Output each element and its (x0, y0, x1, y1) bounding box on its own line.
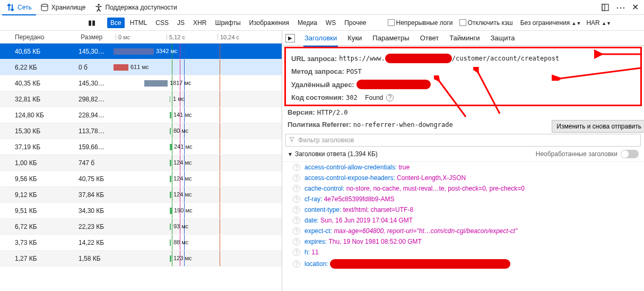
method-row: Метод запроса: POST (291, 65, 635, 78)
filter-css[interactable]: CSS (152, 18, 172, 28)
tab-label: Сеть (18, 4, 32, 11)
filter-all[interactable]: Все (107, 18, 125, 28)
play-icon[interactable]: ▶ (285, 34, 295, 42)
filter-media[interactable]: Медиа (294, 18, 320, 28)
tab-accessibility[interactable]: Поддержка доступности (90, 0, 181, 15)
help-icon[interactable]: ? (386, 94, 394, 101)
svg-point-1 (98, 4, 100, 6)
help-icon[interactable]: ? (293, 174, 300, 182)
version-row: Версия: HTTP/2.0 (282, 106, 644, 118)
help-icon[interactable]: ? (293, 206, 300, 213)
edit-resend-button[interactable]: Изменить и снова отправить (552, 120, 644, 133)
svg-rect-3 (602, 4, 605, 11)
tab-security[interactable]: Защита (489, 32, 516, 44)
request-rows: 40,65 КБ145,30… 3342 мс 6,22 КБ0 б 611 м… (0, 44, 282, 267)
table-row[interactable]: 6,22 КБ0 б 611 мс (0, 59, 282, 75)
redaction (356, 80, 431, 89)
more-icon[interactable]: ⋯ (613, 2, 629, 13)
table-row[interactable]: 9,12 КБ37,84 КБ 124 мс (0, 187, 282, 203)
throttle-select[interactable]: Без ограничения ▲▼ (520, 19, 581, 27)
header-item: ?h: 11 (282, 247, 644, 258)
close-icon[interactable]: ✕ (629, 2, 642, 12)
table-row[interactable]: 6,72 КБ22,23 КБ 93 мс (0, 219, 282, 235)
header-item: ?location: (282, 258, 644, 270)
filter-other[interactable]: Прочее (341, 18, 369, 28)
filter-fonts[interactable]: Шрифты (212, 18, 243, 28)
persist-logs-checkbox[interactable]: Непрерывные логи (384, 19, 453, 27)
svg-rect-2 (602, 4, 608, 11)
request-summary: URL запроса: https://www./customer/accou… (284, 47, 642, 106)
help-icon[interactable]: ? (293, 164, 300, 171)
edit-resend-wrap: Изменить и снова отправить (552, 120, 644, 133)
funnel-icon (289, 137, 294, 142)
table-row[interactable]: 15,30 КБ113,78… 80 мс (0, 123, 282, 139)
tab-label: Поддержка доступности (106, 4, 177, 11)
table-header: Передано Размер 0 мс 5,12 с 10,24 с (0, 31, 282, 44)
response-headers-section[interactable]: ▼Заголовки ответа (1,394 КБ) Необработан… (282, 147, 644, 162)
header-item: ?cf-ray: 4e7e5c85399fd8b9-AMS (282, 194, 644, 204)
col-size[interactable]: Размер (79, 33, 114, 41)
accessibility-icon (94, 3, 103, 12)
header-item: ?expires: Thu, 19 Nov 1981 08:52:00 GMT (282, 236, 644, 247)
tab-storage[interactable]: Хранилище (36, 0, 90, 15)
headers-filter-input[interactable]: Фильтр заголовков (285, 134, 641, 147)
table-row[interactable]: 9,51 КБ34,30 КБ 190 мс (0, 203, 282, 219)
redaction (385, 54, 452, 63)
disable-cache-checkbox[interactable]: Отключить кэш (455, 19, 513, 27)
table-row[interactable]: 9,56 КБ40,75 КБ 124 мс (0, 171, 282, 187)
table-row[interactable]: 40,35 КБ145,30… 1817 мс (0, 75, 282, 91)
details-panel: ▶ Заголовки Куки Параметры Ответ Тайминг… (282, 31, 644, 291)
network-icon (6, 3, 15, 12)
tab-timings[interactable]: Тайминги (448, 32, 481, 44)
tab-network[interactable]: Сеть (2, 0, 36, 15)
help-icon[interactable]: ? (293, 249, 300, 256)
help-icon[interactable]: ? (293, 238, 300, 245)
help-icon[interactable]: ? (293, 185, 300, 192)
header-item: ?expect-ct: max-age=604800, report-uri="… (282, 226, 644, 236)
table-row[interactable]: 1,27 КБ1,58 КБ 123 мс (0, 251, 282, 267)
filter-images[interactable]: Изображения (246, 18, 292, 28)
header-item: ?date: Sun, 16 Jun 2019 17:04:14 GMT (282, 215, 644, 226)
table-row[interactable]: 40,65 КБ145,30… 3342 мс (0, 44, 282, 59)
har-select[interactable]: HAR ▲▼ (586, 19, 611, 27)
header-item: ?cache-control: no-store, no-cache, must… (282, 183, 644, 194)
col-timeline[interactable]: 0 мс 5,12 с 10,24 с (114, 34, 282, 40)
remote-row: Удалённый адрес: (291, 78, 635, 91)
table-row[interactable]: 1,00 КБ747 б 124 мс (0, 155, 282, 171)
tab-headers[interactable]: Заголовки (303, 32, 338, 44)
table-row[interactable]: 32,81 КБ298,82… 1 мс (0, 91, 282, 107)
filter-xhr[interactable]: XHR (190, 18, 210, 28)
details-tabs: ▶ Заголовки Куки Параметры Ответ Тайминг… (282, 31, 644, 46)
tab-params[interactable]: Параметры (371, 32, 410, 44)
storage-icon (40, 3, 49, 12)
response-headers-list: ?access-control-allow-credentials: true?… (282, 162, 644, 291)
status-row: Код состояния: 302 Found ? (291, 91, 635, 104)
table-row[interactable]: 124,80 КБ228,94… 141 мс (0, 107, 282, 123)
raw-headers-toggle[interactable]: Необработанные заголовки (536, 150, 639, 158)
table-row[interactable]: 3,73 КБ14,22 КБ 88 мс (0, 235, 282, 251)
url-row: URL запроса: https://www./customer/accou… (291, 52, 635, 65)
filter-ws[interactable]: WS (323, 18, 339, 28)
header-item: ?access-control-allow-credentials: true (282, 162, 644, 173)
svg-point-0 (41, 4, 48, 6)
header-item: ?access-control-expose-headers: Content-… (282, 173, 644, 183)
col-transferred[interactable]: Передано (0, 33, 79, 41)
table-row[interactable]: 37,19 КБ159,66… 241 мс (0, 139, 282, 155)
header-item: ?content-type: text/html; charset=UTF-8 (282, 204, 644, 215)
request-list-panel: Передано Размер 0 мс 5,12 с 10,24 с 40,6… (0, 31, 282, 291)
filter-js[interactable]: JS (174, 18, 188, 28)
tab-cookies[interactable]: Куки (346, 32, 363, 44)
tab-label: Хранилище (51, 4, 86, 11)
help-icon[interactable]: ? (293, 260, 300, 268)
pause-icon[interactable]: ▮▮ (85, 19, 93, 27)
filter-html[interactable]: HTML (127, 18, 151, 28)
top-toolbar: Сеть Хранилище Поддержка доступности ⋯ ✕ (0, 0, 644, 15)
tab-response[interactable]: Ответ (419, 32, 440, 44)
help-icon[interactable]: ? (293, 227, 300, 235)
chevron-down-icon: ▼ (288, 151, 293, 157)
filter-bar: ▮▮ Все HTML CSS JS XHR Шрифты Изображени… (0, 15, 644, 31)
help-icon[interactable]: ? (293, 217, 300, 224)
help-icon[interactable]: ? (293, 195, 300, 203)
dock-icon[interactable] (601, 3, 610, 12)
